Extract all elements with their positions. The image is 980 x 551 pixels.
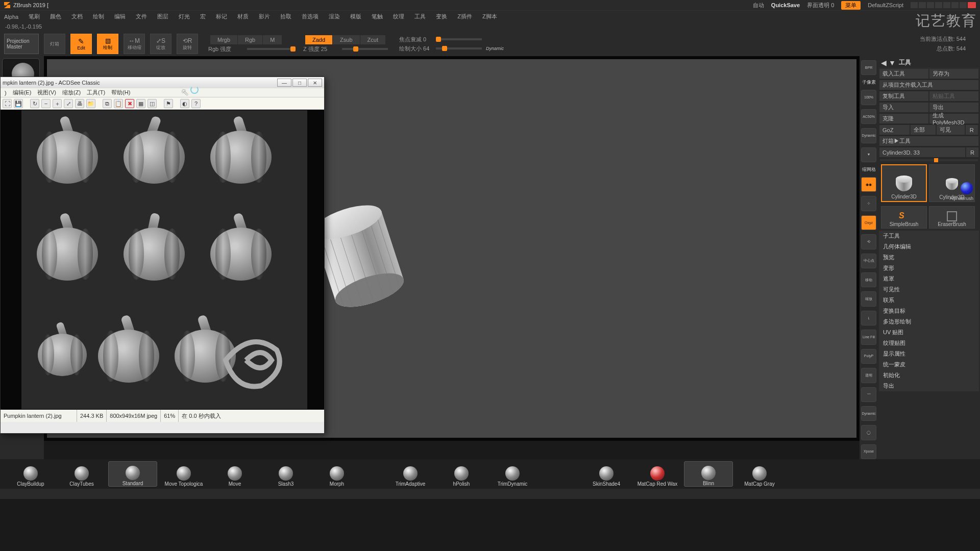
dynamic-grid-button[interactable]: Dynamic [861,128,876,143]
acd-save-icon[interactable]: 💾 [14,99,23,108]
acd-zoomfit-icon[interactable]: ⤢ [64,99,73,108]
menu-brush[interactable]: 笔刷 [29,13,40,20]
section-export[interactable]: 导出 [879,381,979,391]
win-ico-4[interactable] [935,2,942,8]
center-button[interactable]: 中心点 [861,254,876,268]
brush-slash3[interactable]: Slash3 [261,461,310,487]
menu-tool[interactable]: 工具 [414,13,426,20]
quicksave-button[interactable]: QuickSave [771,2,800,8]
polymesh3d-button[interactable]: 生成 PolyMesh3D [929,114,978,123]
solo-button[interactable]: ◯ [861,425,876,440]
zcut-button[interactable]: Zcut [360,35,386,44]
brush-morph[interactable]: Morph [312,461,361,487]
goz-all-button[interactable]: 全部 [911,125,936,135]
menu-picker[interactable]: 拾取 [280,13,291,20]
section-morphtarget[interactable]: 变换目标 [879,306,979,316]
acdsee-minimize-button[interactable]: — [277,79,291,87]
brush-trimadaptive[interactable]: TrimAdaptive [386,461,435,487]
section-uvmap[interactable]: UV 贴图 [879,327,979,338]
ac50-button[interactable]: AC50% [861,109,876,124]
cam-button[interactable]: ⟲ [861,234,876,249]
paste-tool-button[interactable]: 粘贴工具 [929,91,978,101]
acd-menu-help[interactable]: 帮助(H) [111,89,130,96]
transparency-label[interactable]: 界面透明 0 [807,2,834,9]
menu-prefs[interactable]: 首选项 [302,13,318,20]
close-icon[interactable] [968,2,976,8]
acd-menu-0[interactable]: ) [5,90,7,96]
menu-file[interactable]: 文件 [136,13,147,20]
scale-button[interactable]: ⤢S绽放 [150,34,172,54]
goz-button[interactable]: GoZ [879,125,910,135]
zadd-button[interactable]: Zadd [305,35,333,44]
acd-zoomout-icon[interactable]: − [41,99,51,108]
acd-window-icon[interactable]: ◫ [148,99,157,108]
brush-claytubes[interactable]: ClayTubes [57,461,106,487]
draw-button[interactable]: ▧绘制 [97,34,118,54]
brush-trimdynamic[interactable]: TrimDynamic [488,461,537,487]
menu-transform[interactable]: 变换 [436,13,447,20]
load-tool-button[interactable]: 载入工具 [879,69,928,79]
section-initialize[interactable]: 初始化 [879,370,979,381]
menu-movie[interactable]: 影片 [259,13,270,20]
groups-button[interactable]: ◉◉ [861,177,876,192]
z-intensity-slider[interactable]: Z 强度 25 [303,45,388,53]
goz-visible-button[interactable]: 可见 [937,125,965,135]
acd-refresh-icon[interactable]: ↻ [30,99,39,108]
acd-delete-icon[interactable]: ✖ [125,99,134,108]
lightbox-button[interactable]: 灯箱 [44,34,65,54]
menu-zplugin[interactable]: Z插件 [457,13,472,20]
menu-material[interactable]: 材质 [237,13,249,20]
section-mask[interactable]: 遮罩 [879,273,979,284]
win-ico-5[interactable] [943,2,950,8]
rotate-cam-button[interactable]: ⤹ [861,311,876,325]
focal-shift-slider[interactable]: 焦点衰减 0 [399,36,504,43]
material-matcapredwax[interactable]: MatCap Red Wax [633,461,682,487]
section-texturemap[interactable]: 纹理贴图 [879,338,979,348]
zoom-100-button[interactable]: 100% [861,90,876,105]
menu-render[interactable]: 渲染 [329,13,340,20]
zoom-button[interactable]: 缩放 [861,291,876,306]
acdsee-window[interactable]: mpkin lantern (2).jpg - ACDSee Classic —… [0,77,325,434]
acd-copy-icon[interactable]: ⧉ [103,99,112,108]
rotate-button[interactable]: ⟲R旋转 [177,34,198,54]
brush-claybuildup[interactable]: ClayBuildup [6,461,55,487]
menu-stencil[interactable]: 模版 [350,13,361,20]
acd-menu-view[interactable]: 视图(V) [37,89,56,96]
acd-menu-tools[interactable]: 工具(T) [87,89,105,96]
menu-color[interactable]: 颜色 [50,13,61,20]
acd-zoomin-icon[interactable]: ＋ [53,99,62,108]
brush-move[interactable]: Move [210,461,259,487]
mrgb-button[interactable]: Mrgb [210,35,238,44]
acdsee-viewport[interactable] [1,110,324,410]
acd-help-icon[interactable]: ? [191,99,201,108]
menu-button[interactable]: 菜单 [841,1,861,10]
oxyz-button[interactable]: Oxyz [861,215,876,230]
section-contact[interactable]: 联系 [879,295,979,306]
dynamic-label[interactable]: Dynamic [486,46,504,51]
win-ico-3[interactable] [927,2,934,8]
material-blinn[interactable]: Blinn [684,461,733,487]
acd-folder-icon[interactable]: 📁 [86,99,95,108]
brush-standard[interactable]: Standard [108,461,157,487]
clone-button[interactable]: 克隆 [879,114,928,123]
tool-slider[interactable] [880,159,978,161]
acd-info-icon[interactable]: ◐ [180,99,189,108]
section-deform[interactable]: 变形 [879,263,979,273]
win-ico-6[interactable] [951,2,959,8]
linefill-button[interactable]: Line Fill [861,330,876,344]
save-as-button[interactable]: 另存为 [929,69,978,79]
projection-master-button[interactable]: Projection Master [4,34,39,54]
import-button[interactable]: 导入 [879,103,928,112]
material-matcapgray[interactable]: MatCap Gray [735,461,784,487]
dynamic2-button[interactable]: Dynamic [861,406,876,421]
acd-paste-icon[interactable]: 📋 [114,99,123,108]
section-unified[interactable]: 统一蒙皮 [879,359,979,370]
section-display[interactable]: 显示属性 [879,348,979,359]
brush-hpolish[interactable]: hPolish [437,461,486,487]
copy-tool-button[interactable]: 复制工具 [879,91,928,101]
section-subtool[interactable]: 子工具 [879,231,979,241]
acd-print-icon[interactable]: 🖶 [75,99,84,108]
menu-stroke[interactable]: 笔触 [372,13,383,20]
acdsee-maximize-button[interactable]: □ [292,79,307,87]
menu-macro[interactable]: 宏 [200,13,206,20]
